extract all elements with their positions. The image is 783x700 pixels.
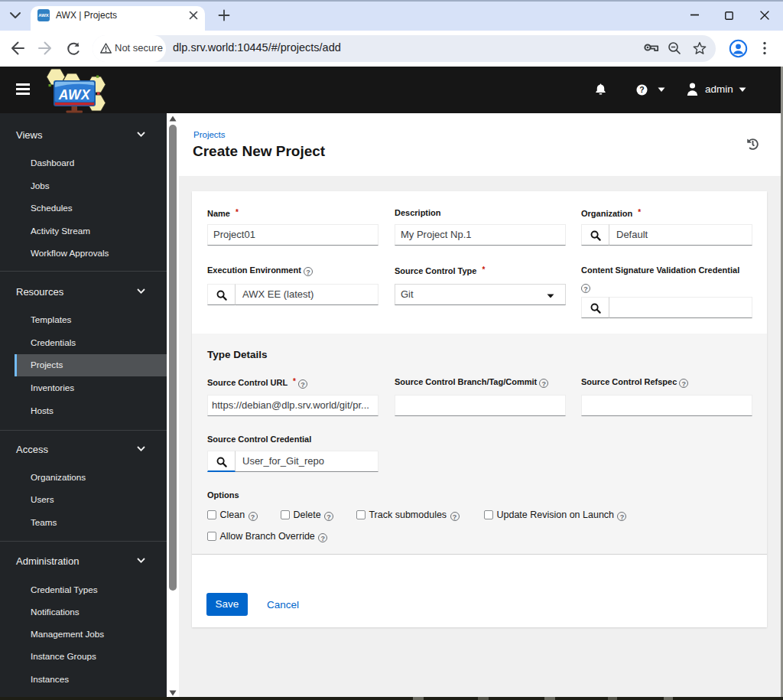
svg-text:?: ? [639, 85, 644, 94]
svg-text:AWX: AWX [58, 87, 91, 103]
